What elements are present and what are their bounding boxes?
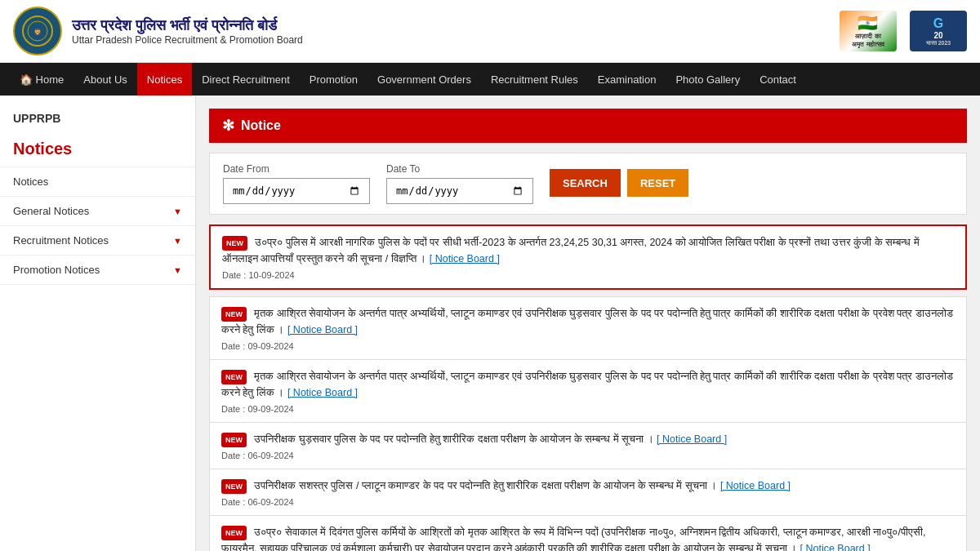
- sidebar: UPPRPB Notices Notices General Notices ▼…: [0, 96, 196, 551]
- g20-badge: G 20 भारत 2023: [910, 11, 967, 51]
- site-header: 🦁 उत्तर प्रदेश पुलिस भर्ती एवं प्रोन्नति…: [0, 0, 980, 63]
- notice-date-2: Date : 09-09-2024: [221, 341, 955, 351]
- new-badge-3: NEW: [221, 370, 247, 384]
- notice-text-5: NEW उपनिरीक्षक सशस्त्र पुलिस / प्लाटून क…: [221, 478, 955, 494]
- nav-examination[interactable]: Examination: [588, 63, 666, 96]
- notice-heading: Notice: [241, 118, 281, 133]
- new-badge-5: NEW: [221, 479, 247, 494]
- notice-text-2: NEW मृतक आश्रित सेवायोजन के अन्तर्गत पात…: [221, 305, 955, 338]
- notice-link-3[interactable]: [ Notice Board ]: [287, 387, 358, 398]
- notice-text-3: NEW मृतक आश्रित सेवायोजन के अन्तर्गत पात…: [221, 368, 955, 401]
- new-badge-2: NEW: [221, 307, 247, 322]
- notice-section-header: ✻ Notice: [209, 109, 967, 143]
- sidebar-item-general-notices[interactable]: General Notices ▼: [0, 197, 195, 226]
- notice-date-4: Date : 06-09-2024: [221, 451, 955, 460]
- nav-photo-gallery[interactable]: Photo Gallery: [666, 63, 750, 96]
- reset-button[interactable]: RESET: [627, 169, 688, 197]
- notice-text-6: NEW उ०प्र० सेवाकाल में दिवंगत पुलिस कर्म…: [221, 524, 955, 551]
- org-name-english: Uttar Pradesh Police Recruitment & Promo…: [72, 34, 303, 46]
- main-layout: UPPRPB Notices Notices General Notices ▼…: [0, 96, 980, 551]
- chevron-down-icon: ▼: [173, 265, 182, 275]
- notice-date-5: Date : 06-09-2024: [221, 497, 955, 507]
- nav-notices[interactable]: Notices: [137, 63, 192, 96]
- azadi-badge: 🇮🇳 आज़ादी काअमृत महोत्सव: [840, 11, 897, 51]
- chevron-down-icon: ▼: [173, 236, 182, 246]
- header-left: 🦁 उत्तर प्रदेश पुलिस भर्ती एवं प्रोन्नति…: [13, 7, 303, 56]
- notice-date-1: Date : 10-09-2024: [222, 270, 954, 280]
- azadi-text: आज़ादी काअमृत महोत्सव: [852, 33, 884, 49]
- notice-star-icon: ✻: [222, 117, 234, 135]
- filter-buttons: SEARCH RESET: [550, 169, 688, 198]
- date-from-input[interactable]: [223, 178, 370, 204]
- notice-item-3: NEW मृतक आश्रित सेवायोजन के अन्तर्गत पात…: [209, 359, 967, 422]
- notice-list: NEW उ०प्र० पुलिस में आरक्षी नागरिक पुलिस…: [209, 224, 967, 551]
- notice-link-5[interactable]: [ Notice Board ]: [720, 480, 791, 491]
- sidebar-title: UPPRPB: [0, 105, 195, 131]
- sidebar-item-recruitment-notices[interactable]: Recruitment Notices ▼: [0, 226, 195, 256]
- org-title: उत्तर प्रदेश पुलिस भर्ती एवं प्रोन्नति ब…: [72, 17, 303, 46]
- notice-date-3: Date : 09-09-2024: [221, 404, 955, 414]
- main-content: ✻ Notice Date From Date To SEARCH RESET: [196, 96, 980, 551]
- svg-text:🦁: 🦁: [33, 28, 42, 36]
- notice-item-6: NEW उ०प्र० सेवाकाल में दिवंगत पुलिस कर्म…: [209, 515, 967, 551]
- notice-item-1: NEW उ०प्र० पुलिस में आरक्षी नागरिक पुलिस…: [209, 224, 967, 290]
- org-name-hindi: उत्तर प्रदेश पुलिस भर्ती एवं प्रोन्नति ब…: [72, 17, 303, 34]
- notice-item-4: NEW उपनिरीक्षक घुड़सवार पुलिस के पद पर प…: [209, 422, 967, 469]
- header-right: 🇮🇳 आज़ादी काअमृत महोत्सव G 20 भारत 2023: [840, 11, 967, 51]
- search-button[interactable]: SEARCH: [550, 169, 621, 197]
- notice-link-1[interactable]: [ Notice Board ]: [430, 253, 500, 264]
- sidebar-notices-heading: Notices: [0, 131, 195, 167]
- nav-about[interactable]: About Us: [74, 63, 136, 96]
- date-from-group: Date From: [223, 163, 370, 204]
- nav-contact[interactable]: Contact: [750, 63, 806, 96]
- date-to-group: Date To: [386, 163, 533, 204]
- nav-recruitment-rules[interactable]: Recruitment Rules: [481, 63, 588, 96]
- notice-item-2: NEW मृतक आश्रित सेवायोजन के अन्तर्गत पात…: [209, 296, 967, 359]
- date-from-label: Date From: [223, 163, 370, 175]
- new-badge-6: NEW: [221, 526, 247, 540]
- nav-govt-orders[interactable]: Government Orders: [368, 63, 481, 96]
- sidebar-item-promotion-notices[interactable]: Promotion Notices ▼: [0, 256, 195, 285]
- new-badge-4: NEW: [221, 433, 247, 447]
- chevron-down-icon: ▼: [173, 207, 182, 216]
- nav-direct-recruitment[interactable]: Direct Recruitment: [192, 63, 300, 96]
- date-to-label: Date To: [386, 163, 533, 175]
- notice-text-4: NEW उपनिरीक्षक घुड़सवार पुलिस के पद पर प…: [221, 431, 955, 447]
- notice-text-1: NEW उ०प्र० पुलिस में आरक्षी नागरिक पुलिस…: [222, 234, 954, 267]
- date-to-input[interactable]: [386, 178, 533, 204]
- org-logo: 🦁: [13, 7, 62, 56]
- sidebar-item-notices[interactable]: Notices: [0, 167, 195, 197]
- main-navbar: 🏠 Home About Us Notices Direct Recruitme…: [0, 63, 980, 96]
- notice-item-5: NEW उपनिरीक्षक सशस्त्र पुलिस / प्लाटून क…: [209, 469, 967, 515]
- notice-link-2[interactable]: [ Notice Board ]: [287, 324, 358, 335]
- notice-link-6[interactable]: [ Notice Board ]: [800, 543, 871, 551]
- new-badge: NEW: [222, 236, 247, 251]
- filter-row: Date From Date To SEARCH RESET: [209, 153, 967, 215]
- notice-link-4[interactable]: [ Notice Board ]: [657, 433, 727, 445]
- nav-home[interactable]: 🏠 Home: [10, 63, 74, 96]
- nav-promotion[interactable]: Promotion: [300, 63, 368, 96]
